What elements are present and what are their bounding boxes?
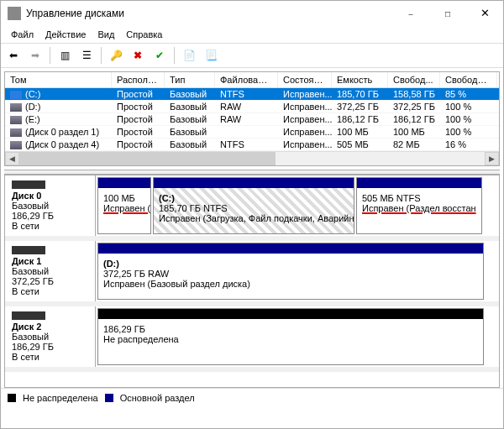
disk-header[interactable]: Диск 2Базовый186,29 ГБВ сети <box>5 306 96 367</box>
action-icon[interactable]: 🔑 <box>107 46 125 65</box>
partition[interactable]: 505 МБ NTFSИсправен (Раздел восстан <box>356 177 482 234</box>
cell-sos: Исправен... <box>278 126 332 138</box>
cell-tom: (C:) <box>5 88 112 100</box>
cell-svo: 82 МБ <box>388 139 440 150</box>
cell-emk: 186,12 ГБ <box>332 113 388 125</box>
menu-action[interactable]: Действие <box>40 28 91 41</box>
disk-icon <box>12 311 45 320</box>
table-row[interactable]: (Диск 0 раздел 1)ПростойБазовыйИсправен.… <box>5 126 499 139</box>
app-icon <box>8 7 21 20</box>
col-tom[interactable]: Том <box>5 72 112 87</box>
col-tip[interactable]: Тип <box>165 72 215 87</box>
disk-header[interactable]: Диск 1Базовый372,25 ГБВ сети <box>5 241 96 301</box>
legend: Не распределена Основной раздел <box>1 388 503 406</box>
col-svp[interactable]: Свободно % <box>440 72 497 87</box>
cell-ras: Простой <box>112 113 165 125</box>
doc2-icon[interactable]: 📃 <box>202 46 220 65</box>
partition-status: Исправен (Загрузка, Файл подкачки, Авари… <box>159 213 349 223</box>
grid-body: (C:)ПростойБазовыйNTFSИсправен...185,70 … <box>5 88 499 151</box>
col-sos[interactable]: Состояние <box>278 72 332 87</box>
disk-icon <box>12 246 45 254</box>
minimize-button[interactable]: – <box>392 1 429 26</box>
table-row[interactable]: (C:)ПростойБазовыйNTFSИсправен...185,70 … <box>5 88 499 101</box>
col-ras[interactable]: Располо... <box>112 72 165 87</box>
cell-tom: (Диск 0 раздел 4) <box>5 139 112 150</box>
cell-svp: 100 % <box>440 126 497 138</box>
cell-ras: Простой <box>112 88 165 100</box>
partition-info: 186,29 ГБ <box>103 324 478 334</box>
cell-emk: 100 МБ <box>332 126 388 138</box>
volume-icon <box>10 91 22 99</box>
disk-row: Диск 0Базовый186,29 ГБВ сети100 МБИсправ… <box>5 175 499 241</box>
cell-tom: (E:) <box>5 113 112 125</box>
cell-svo: 100 МБ <box>388 126 440 138</box>
cell-svp: 16 % <box>440 139 497 150</box>
disk-row: Диск 1Базовый372,25 ГБВ сети(D:)372,25 Г… <box>5 241 499 306</box>
disk-map: Диск 0Базовый186,29 ГБВ сети100 МБИсправ… <box>4 175 500 388</box>
cell-fs: NTFS <box>215 139 278 150</box>
partition-info: 372,25 ГБ RAW <box>103 269 478 279</box>
partition[interactable]: (D:)372,25 ГБ RAWИсправен (Базовый разде… <box>97 243 484 300</box>
cell-sos: Исправен... <box>278 101 332 112</box>
partition-body: 505 МБ NTFSИсправен (Раздел восстан <box>357 188 481 233</box>
disk-type: Базовый <box>12 266 88 276</box>
table-row[interactable]: (E:)ПростойБазовыйRAWИсправен...186,12 Г… <box>5 113 499 126</box>
forward-button[interactable]: ➡ <box>26 46 45 65</box>
menu-view[interactable]: Вид <box>92 28 119 41</box>
cell-emk: 372,25 ГБ <box>332 101 388 112</box>
col-svo[interactable]: Свобод... <box>388 72 440 87</box>
options-icon[interactable]: ☰ <box>77 46 96 65</box>
partition-body: (D:)372,25 ГБ RAWИсправен (Базовый разде… <box>98 254 483 299</box>
cell-tip: Базовый <box>165 113 215 125</box>
disk-row: Диск 2Базовый186,29 ГБВ сети186,29 ГБНе … <box>5 306 499 372</box>
menubar: Файл Действие Вид Справка <box>1 26 503 43</box>
cell-fs <box>215 126 278 138</box>
disk-status: В сети <box>12 221 88 231</box>
grid-header: Том Располо... Тип Файловая с... Состоян… <box>5 72 499 88</box>
disk-icon <box>12 180 45 189</box>
h-scrollbar[interactable]: ◀ ▶ <box>5 151 499 165</box>
check-icon[interactable]: ✔ <box>150 46 169 65</box>
cell-tip: Базовый <box>165 88 215 100</box>
volume-list: Том Располо... Тип Файловая с... Состоян… <box>4 71 500 166</box>
partition[interactable]: (C:)185,70 ГБ NTFSИсправен (Загрузка, Фа… <box>153 177 354 234</box>
disk-name: Диск 1 <box>12 256 88 266</box>
close-button[interactable]: ✕ <box>466 1 503 26</box>
partition[interactable]: 100 МБИсправен (Шифр. <box>97 177 151 234</box>
doc1-icon[interactable]: 📄 <box>180 46 198 65</box>
cell-tip: Базовый <box>165 101 215 112</box>
cell-tip: Базовый <box>165 139 215 150</box>
col-emk[interactable]: Емкость <box>332 72 388 87</box>
cell-sos: Исправен... <box>278 139 332 150</box>
legend-unalloc: Не распределена <box>23 393 98 403</box>
table-row[interactable]: (Диск 0 раздел 4)ПростойБазовыйNTFSИспра… <box>5 139 499 151</box>
scroll-thumb[interactable] <box>19 152 276 165</box>
disk-partitions: 186,29 ГБНе распределена <box>96 306 499 367</box>
disk-name: Диск 0 <box>12 191 88 201</box>
panel-icon[interactable]: ▥ <box>55 46 74 65</box>
scroll-right-icon[interactable]: ▶ <box>485 152 499 165</box>
cell-sos: Исправен... <box>278 113 332 125</box>
cell-ras: Простой <box>112 126 165 138</box>
legend-primary: Основной раздел <box>120 393 195 403</box>
cell-fs: RAW <box>215 101 278 112</box>
back-button[interactable]: ⬅ <box>4 46 23 65</box>
disk-partitions: (D:)372,25 ГБ RAWИсправен (Базовый разде… <box>96 241 499 301</box>
menu-file[interactable]: Файл <box>6 28 39 41</box>
scroll-left-icon[interactable]: ◀ <box>5 152 19 165</box>
cell-tom: (Диск 0 раздел 1) <box>5 126 112 138</box>
cell-sos: Исправен... <box>278 88 332 100</box>
partition[interactable]: 186,29 ГБНе распределена <box>97 308 484 365</box>
partition-bar <box>98 309 483 319</box>
legend-primary-icon <box>105 394 113 402</box>
col-fs[interactable]: Файловая с... <box>215 72 278 87</box>
partition-status: Исправен (Раздел восстан <box>362 203 476 213</box>
disk-header[interactable]: Диск 0Базовый186,29 ГБВ сети <box>5 175 96 236</box>
delete-icon[interactable]: ✖ <box>129 46 147 65</box>
table-row[interactable]: (D:)ПростойБазовыйRAWИсправен...372,25 Г… <box>5 101 499 113</box>
maximize-button[interactable]: □ <box>429 1 466 26</box>
partition-body: 100 МБИсправен (Шифр. <box>98 188 150 233</box>
partition-info: 185,70 ГБ NTFS <box>159 203 349 213</box>
cell-ras: Простой <box>112 101 165 112</box>
menu-help[interactable]: Справка <box>121 28 167 41</box>
